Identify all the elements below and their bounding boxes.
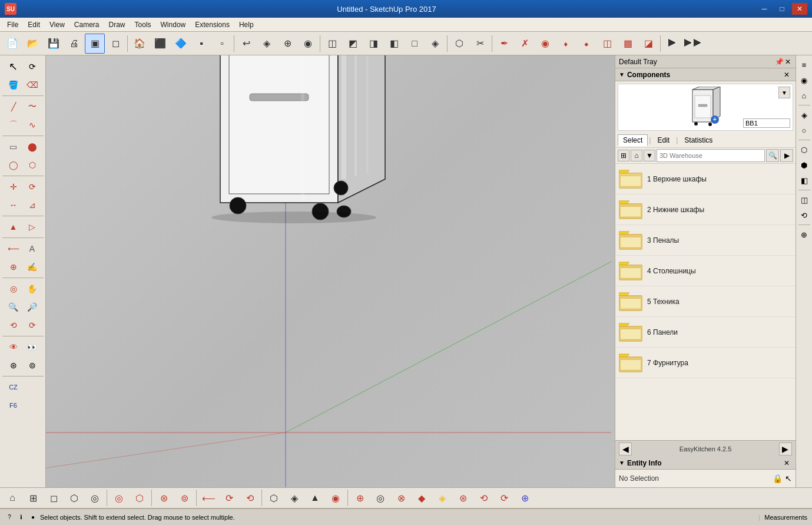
rt-tool11[interactable]: ⊕ (797, 227, 811, 242)
rect-tool[interactable]: ▭ (5, 138, 22, 156)
components-panel-header[interactable]: ▼ Components ✕ (615, 68, 796, 81)
nav-back-button[interactable]: ◀ (619, 443, 632, 455)
eraser-tool[interactable]: ⌫ (24, 76, 41, 94)
anim2-btn[interactable]: ⯈⯈ (683, 34, 703, 54)
style6-btn[interactable]: ◫ (597, 34, 617, 54)
menu-help[interactable]: Help (234, 19, 258, 30)
open-button[interactable]: 📂 (23, 34, 43, 54)
window-btn[interactable]: ▪ (191, 34, 211, 54)
poly-tool[interactable]: ⬡ (24, 156, 41, 174)
view-right[interactable]: ◨ (363, 34, 383, 54)
entity-close-icon[interactable]: ✕ (781, 459, 792, 467)
line-tool[interactable]: ╱ (5, 98, 22, 115)
prevview-tool[interactable]: ⟲ (5, 316, 22, 334)
menu-view[interactable]: View (45, 19, 69, 30)
rotate-tool[interactable]: ⟳ (24, 178, 41, 196)
style7-btn[interactable]: ▩ (618, 34, 638, 54)
nav-home[interactable]: ⌂ (631, 150, 642, 161)
style-btn[interactable]: ▣ (85, 34, 105, 54)
layer-tool[interactable]: ⊛ (5, 356, 22, 374)
arc-tool[interactable]: ⌒ (5, 116, 22, 134)
select-tool[interactable]: ↖ (5, 58, 22, 75)
waypoint-btn[interactable]: ◈ (257, 34, 277, 54)
menu-window[interactable]: Window (156, 19, 191, 30)
bt-walkthrough[interactable]: ⬡ (130, 488, 150, 508)
zoom-tool[interactable]: 🔍 (5, 298, 22, 316)
bt-anim1[interactable]: ⬡ (264, 488, 284, 508)
nav-grid-view[interactable]: ⊞ (618, 150, 629, 161)
paint-tool[interactable]: 🪣 (5, 76, 22, 94)
bt-section[interactable]: ⊛ (154, 488, 174, 508)
view-front[interactable]: ◫ (322, 34, 342, 54)
zoomext-tool[interactable]: 🔎 (24, 298, 41, 316)
menu-file[interactable]: File (2, 19, 23, 30)
walk-tool[interactable]: 👁 (5, 338, 22, 356)
view-back[interactable]: ◩ (343, 34, 363, 54)
arc2-tool[interactable]: ∿ (24, 116, 41, 134)
bt-extra7[interactable]: ⟲ (473, 488, 493, 508)
rt-tool1[interactable]: ≡ (797, 58, 811, 72)
nav-btn[interactable]: ⊕ (277, 34, 297, 54)
rt-tool7[interactable]: ⬢ (797, 158, 811, 172)
menu-extensions[interactable]: Extensions (190, 19, 234, 30)
scale-tool[interactable]: ↔ (5, 196, 22, 214)
tray-pin-icon[interactable]: 📌 (775, 58, 784, 66)
offset-tool[interactable]: ▷ (24, 218, 41, 236)
entity-lock-icon[interactable]: 🔒 (773, 474, 783, 483)
layer2-tool[interactable]: ⊚ (24, 356, 41, 374)
tape-tool[interactable]: ⟵ (5, 240, 22, 257)
section2-btn[interactable]: ✂ (470, 34, 490, 54)
bt-components[interactable]: ◻ (44, 488, 64, 508)
status-help-icon[interactable]: ? (5, 513, 14, 522)
print-button[interactable]: 🖨 (64, 34, 84, 54)
undo-arrow[interactable]: ↩ (236, 34, 256, 54)
bt-styles[interactable]: ◎ (85, 488, 105, 508)
bt-orbit[interactable]: ◎ (109, 488, 129, 508)
component-list[interactable]: 1 Верхние шкафы 2 Нижние шкафы (615, 164, 796, 440)
circle2-tool[interactable]: ◯ (5, 156, 22, 174)
new-button[interactable]: 📄 (2, 34, 22, 54)
list-item[interactable]: 2 Нижние шкафы (615, 194, 796, 225)
dim-tool[interactable]: A (24, 240, 41, 257)
status-dot-icon[interactable]: ● (28, 513, 38, 522)
view-top[interactable]: □ (405, 34, 425, 54)
bt-extra2[interactable]: ◎ (370, 488, 390, 508)
rt-tool9[interactable]: ◫ (797, 193, 811, 207)
nav-next-button[interactable]: ▶ (779, 443, 792, 455)
style4-btn[interactable]: ⬧ (556, 34, 576, 54)
preview-action1[interactable]: ▼ (778, 87, 790, 98)
components-close-icon[interactable]: ✕ (781, 71, 792, 79)
minimize-button[interactable]: ─ (757, 3, 772, 15)
bt-extra1[interactable]: ⊕ (350, 488, 370, 508)
nextview-tool[interactable]: ⟳ (24, 316, 41, 334)
3d-viewport[interactable] (46, 55, 615, 487)
house-btn[interactable]: 🏠 (130, 34, 150, 54)
rt-tool3[interactable]: ⌂ (797, 88, 811, 103)
paint-btn[interactable]: ✒ (494, 34, 514, 54)
entity-cursor-icon[interactable]: ↖ (785, 474, 792, 483)
text-tool[interactable]: ✍ (24, 258, 41, 276)
extra3-tool[interactable]: F6 (5, 397, 22, 414)
freehand-tool[interactable]: 〜 (24, 98, 41, 115)
view-left[interactable]: ◧ (384, 34, 404, 54)
menu-camera[interactable]: Camera (69, 19, 104, 30)
rt-tool8[interactable]: ◧ (797, 173, 811, 187)
bt-extra8[interactable]: ⟳ (494, 488, 514, 508)
menu-draw[interactable]: Draw (104, 19, 130, 30)
door-btn[interactable]: ▫ (212, 34, 232, 54)
style2-btn[interactable]: ◻ (105, 34, 125, 54)
bt-anim2[interactable]: ◈ (284, 488, 304, 508)
lookaround-tool[interactable]: 👀 (24, 338, 41, 356)
bt-home[interactable]: ⌂ (2, 488, 22, 508)
select2-tool[interactable]: ⟳ (24, 58, 41, 75)
save-button[interactable]: 💾 (44, 34, 64, 54)
nav-forward-arrow[interactable]: ▶ (780, 149, 793, 162)
rt-tool4[interactable]: ◈ (797, 108, 811, 122)
list-item[interactable]: 6 Панели (615, 317, 796, 348)
bt-anim3[interactable]: ▲ (305, 488, 325, 508)
close-button[interactable]: ✕ (792, 3, 807, 15)
section-btn[interactable]: ⬡ (449, 34, 469, 54)
menu-tools[interactable]: Tools (130, 19, 156, 30)
roof-btn[interactable]: 🔷 (171, 34, 191, 54)
cam-btn[interactable]: ◉ (298, 34, 318, 54)
